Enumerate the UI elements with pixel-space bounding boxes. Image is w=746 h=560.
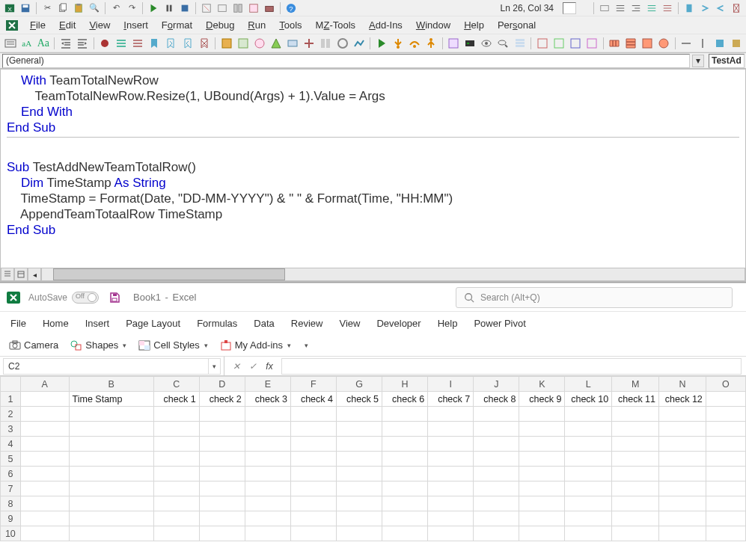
- extra-h-icon[interactable]: [657, 35, 671, 52]
- cell-C7[interactable]: [153, 481, 199, 496]
- tab-help[interactable]: Help: [436, 315, 459, 332]
- cell-B2[interactable]: [69, 407, 153, 422]
- toggle-switch[interactable]: Off: [72, 292, 99, 304]
- bookmark-toggle-icon[interactable]: [147, 35, 162, 52]
- cell-D5[interactable]: [199, 452, 245, 467]
- cell-I7[interactable]: [428, 481, 474, 496]
- object-dropdown-arrow[interactable]: ▾: [692, 55, 704, 67]
- cell-N7[interactable]: [659, 481, 706, 496]
- cut-icon[interactable]: ✂: [40, 1, 54, 15]
- run-icon[interactable]: [147, 1, 160, 15]
- cell-E8[interactable]: [245, 496, 290, 511]
- formula-enter-icon[interactable]: ✓: [245, 359, 260, 374]
- cell-F3[interactable]: [290, 422, 336, 437]
- extra-k-icon[interactable]: [712, 35, 727, 52]
- run-sub-icon[interactable]: [374, 35, 388, 52]
- cell-J1[interactable]: check 8: [474, 392, 519, 407]
- extra-g-icon[interactable]: [640, 35, 655, 52]
- cell-L6[interactable]: [565, 467, 612, 481]
- cell-D7[interactable]: [199, 481, 245, 496]
- cell-J7[interactable]: [474, 481, 519, 496]
- cell-A8[interactable]: [20, 496, 69, 511]
- cell-M1[interactable]: check 11: [612, 392, 659, 407]
- name-box[interactable]: C2: [3, 358, 209, 375]
- spreadsheet-grid[interactable]: ABCDEFGHIJKLMNO1Time Stampcheck 1check 2…: [0, 376, 746, 560]
- cell-D1[interactable]: check 2: [199, 392, 245, 407]
- cell-I1[interactable]: check 7: [428, 392, 474, 407]
- cell-C4[interactable]: [153, 437, 199, 452]
- indent-icon[interactable]: [614, 1, 627, 15]
- cell-K3[interactable]: [519, 422, 565, 437]
- excel-app-icon[interactable]: [4, 18, 19, 33]
- cell-I4[interactable]: [428, 437, 474, 452]
- extra-i-icon[interactable]: [679, 35, 694, 52]
- cell-J5[interactable]: [474, 452, 519, 467]
- cell-I10[interactable]: [428, 526, 474, 541]
- cell-D9[interactable]: [199, 511, 245, 526]
- immediate-icon[interactable]: [463, 35, 477, 52]
- cell-O5[interactable]: [706, 452, 745, 467]
- uncomment-block-icon[interactable]: [131, 35, 145, 52]
- cell-D6[interactable]: [199, 467, 245, 481]
- break-icon[interactable]: [162, 1, 176, 15]
- outdent-icon[interactable]: [629, 1, 643, 15]
- cell-L5[interactable]: [565, 452, 612, 467]
- extra-c-icon[interactable]: [568, 35, 582, 52]
- cell-A10[interactable]: [20, 526, 69, 541]
- cell-J10[interactable]: [474, 526, 519, 541]
- cell-L8[interactable]: [565, 496, 612, 511]
- cell-M5[interactable]: [612, 452, 659, 467]
- overflow-chevron-icon[interactable]: ▾: [305, 342, 308, 349]
- cell-F7[interactable]: [290, 481, 336, 496]
- formula-input[interactable]: [281, 358, 742, 375]
- cell-H10[interactable]: [382, 526, 428, 541]
- cell-D8[interactable]: [199, 496, 245, 511]
- select-all-corner[interactable]: [1, 377, 21, 392]
- menu-personal[interactable]: Personal: [492, 17, 542, 33]
- cell-A1[interactable]: [20, 392, 69, 407]
- props-icon[interactable]: [231, 1, 245, 15]
- cell-H5[interactable]: [382, 452, 428, 467]
- cell-F1[interactable]: check 4: [290, 392, 336, 407]
- cell-E3[interactable]: [245, 422, 290, 437]
- cell-H8[interactable]: [382, 496, 428, 511]
- clear-bookmarks-icon[interactable]: [730, 1, 743, 15]
- menu-insert[interactable]: Insert: [117, 17, 154, 33]
- mz-icon-5[interactable]: [286, 35, 300, 52]
- myaddins-button[interactable]: My Add-ins▾: [217, 338, 294, 353]
- cell-H6[interactable]: [382, 467, 428, 481]
- toolbox-icon[interactable]: [263, 1, 276, 15]
- cell-O6[interactable]: [706, 467, 745, 481]
- step-into-icon[interactable]: [391, 35, 405, 52]
- cell-G8[interactable]: [336, 496, 382, 511]
- cell-C9[interactable]: [153, 511, 199, 526]
- font-large-a-icon[interactable]: Aa: [36, 35, 50, 52]
- tab-review[interactable]: Review: [290, 315, 325, 332]
- cell-J2[interactable]: [474, 407, 519, 422]
- tab-pagelayout[interactable]: Page Layout: [124, 315, 182, 332]
- quick-watch-icon[interactable]: [496, 35, 510, 52]
- cell-G6[interactable]: [336, 467, 382, 481]
- cell-K1[interactable]: check 9: [519, 392, 565, 407]
- row-header-8[interactable]: 8: [1, 496, 21, 511]
- col-header-K[interactable]: K: [519, 377, 565, 392]
- help-icon[interactable]: ?: [284, 1, 298, 15]
- undo-icon[interactable]: ↶: [109, 1, 123, 15]
- project-icon[interactable]: [215, 1, 229, 15]
- col-header-I[interactable]: I: [428, 377, 474, 392]
- cell-O8[interactable]: [706, 496, 745, 511]
- indent-right-icon[interactable]: [75, 35, 89, 52]
- menu-mztools[interactable]: MZ-Tools: [310, 17, 361, 33]
- cell-D3[interactable]: [199, 422, 245, 437]
- extra-b-icon[interactable]: [551, 35, 566, 52]
- cell-J9[interactable]: [474, 511, 519, 526]
- cell-H2[interactable]: [382, 407, 428, 422]
- cell-G7[interactable]: [336, 481, 382, 496]
- cell-B8[interactable]: [69, 496, 153, 511]
- menu-view[interactable]: View: [83, 17, 116, 33]
- design-icon[interactable]: [200, 1, 213, 15]
- cell-O2[interactable]: [706, 407, 745, 422]
- tab-data[interactable]: Data: [252, 315, 275, 332]
- col-header-C[interactable]: C: [153, 377, 199, 392]
- col-header-D[interactable]: D: [199, 377, 245, 392]
